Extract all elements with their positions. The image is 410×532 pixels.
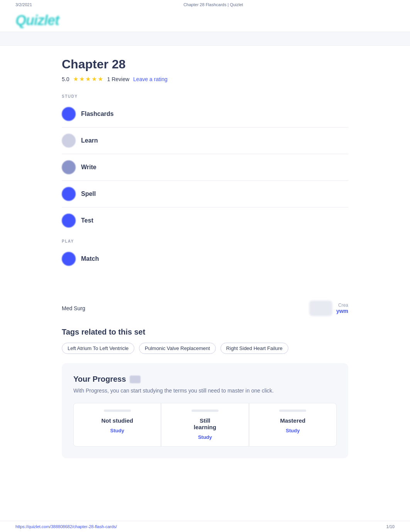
not-studied-bar <box>104 410 131 412</box>
subject-label: Med Surg <box>62 305 85 311</box>
still-learning-label: Stilllearning <box>194 417 216 430</box>
mastered-label: Mastered <box>280 417 305 424</box>
tags-section: Tags related to this set Left Atrium To … <box>62 328 348 354</box>
still-learning-study-link[interactable]: Study <box>198 434 212 440</box>
progress-icon <box>130 376 141 383</box>
top-bar: 3/2/2021 Chapter 28 Flashcards | Quizlet <box>0 0 410 9</box>
study-item-spell[interactable]: Spell <box>62 183 348 205</box>
spell-icon <box>62 187 76 201</box>
progress-col-still-learning: Stilllearning Study <box>161 403 249 447</box>
play-section-label: PLAY <box>62 239 348 243</box>
bottom-bar: https://quizlet.com/388808682/chapter-28… <box>0 521 410 532</box>
progress-desc: With Progress, you can start studying th… <box>73 388 337 394</box>
flashcards-icon <box>62 107 76 121</box>
star-2: ★ <box>79 75 85 83</box>
star-4: ★ <box>91 75 97 83</box>
creator-section: Med Surg Crea ywm <box>62 301 348 316</box>
rating-score: 5.0 <box>62 76 69 82</box>
tags-title: Tags related to this set <box>62 328 348 337</box>
match-label: Match <box>81 255 99 262</box>
still-learning-bar <box>191 410 219 412</box>
flashcards-label: Flashcards <box>81 110 114 117</box>
write-icon <box>62 160 76 174</box>
not-studied-label: Not studied <box>101 417 133 424</box>
star-1: ★ <box>73 75 78 83</box>
rating-row: 5.0 ★ ★ ★ ★ ★ 1 Review Leave a rating <box>62 75 348 83</box>
not-studied-study-link[interactable]: Study <box>110 428 124 433</box>
test-label: Test <box>81 217 93 224</box>
write-label: Write <box>81 164 97 171</box>
star-3: ★ <box>85 75 91 83</box>
creator-info-block: Crea ywm <box>336 303 348 314</box>
creator-name[interactable]: ywm <box>336 308 348 314</box>
main-content: Chapter 28 5.0 ★ ★ ★ ★ ★ 1 Review Leave … <box>0 46 410 470</box>
match-icon <box>62 252 76 266</box>
nav-bar <box>0 32 410 46</box>
tag-1[interactable]: Left Atrium To Left Ventricle <box>62 343 134 354</box>
study-item-match[interactable]: Match <box>62 248 348 270</box>
separator-4 <box>62 207 348 207</box>
progress-title: Your Progress <box>73 375 126 384</box>
tag-2[interactable]: Pulmonic Valve Replacement <box>139 343 216 354</box>
progress-col-mastered: Mastered Study <box>249 403 337 447</box>
page-count: 1/10 <box>386 524 395 529</box>
review-count: 1 Review <box>107 76 129 82</box>
created-label: Crea <box>336 303 348 308</box>
progress-grid: Not studied Study Stilllearning Study Ma… <box>73 403 337 447</box>
progress-section: Your Progress With Progress, you can sta… <box>62 363 348 458</box>
creator-right: Crea ywm <box>309 301 348 316</box>
progress-header: Your Progress <box>73 375 337 384</box>
quizlet-logo[interactable]: Quizlet <box>15 12 59 29</box>
learn-icon <box>62 134 76 148</box>
tags-row: Left Atrium To Left Ventricle Pulmonic V… <box>62 343 348 354</box>
study-item-write[interactable]: Write <box>62 156 348 178</box>
separator-3 <box>62 180 348 181</box>
stars: ★ ★ ★ ★ ★ <box>73 75 103 83</box>
leave-rating-link[interactable]: Leave a rating <box>133 76 168 82</box>
spell-label: Spell <box>81 190 96 197</box>
separator-1 <box>62 127 348 127</box>
test-icon <box>62 214 76 228</box>
creator-avatar <box>309 301 332 316</box>
mastered-bar <box>279 410 306 412</box>
study-item-flashcards[interactable]: Flashcards <box>62 103 348 125</box>
study-section-label: STUDY <box>62 94 348 99</box>
logo-area: Quizlet <box>0 9 410 32</box>
study-item-learn[interactable]: Learn <box>62 130 348 151</box>
mastered-study-link[interactable]: Study <box>286 428 300 433</box>
learn-label: Learn <box>81 137 98 144</box>
progress-col-not-studied: Not studied Study <box>73 403 161 447</box>
study-item-test[interactable]: Test <box>62 210 348 231</box>
chapter-title: Chapter 28 <box>62 57 348 71</box>
url-label: https://quizlet.com/388808682/chapter-28… <box>15 524 117 529</box>
tag-3[interactable]: Right Sided Heart Failure <box>220 343 288 354</box>
star-5: ★ <box>98 75 103 83</box>
separator-2 <box>62 154 348 154</box>
page-title: Chapter 28 Flashcards | Quizlet <box>183 2 243 7</box>
date-label: 3/2/2021 <box>15 2 32 7</box>
